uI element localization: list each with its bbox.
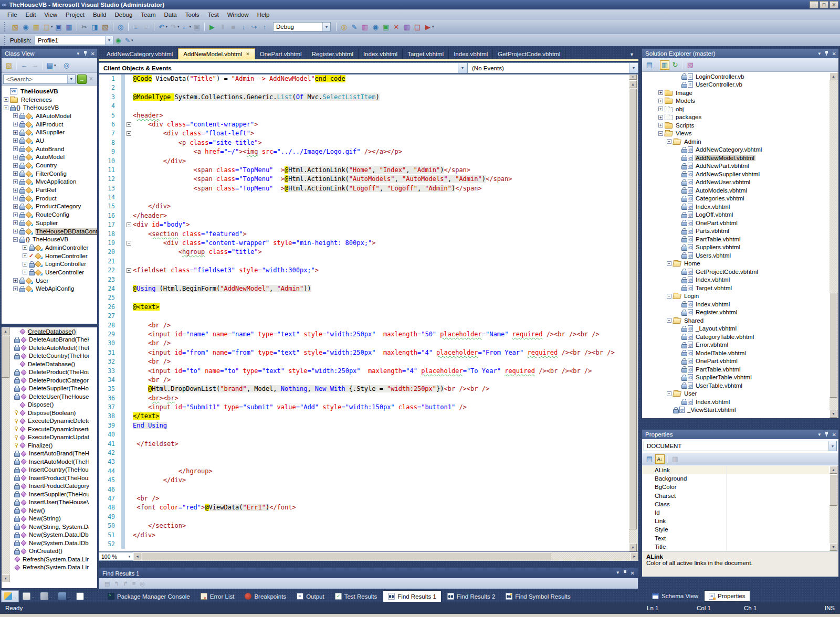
tree-item[interactable]: @GetProjectCode.vbhtml (642, 268, 829, 276)
tree-item[interactable]: +AdminController (2, 243, 97, 252)
member-item[interactable]: ExecuteDynamicInsert(Ob (2, 425, 89, 433)
scroll-thumb[interactable] (2, 336, 9, 378)
toolbox-icon[interactable]: ✕ (392, 22, 401, 31)
tree-item[interactable]: −Home (642, 260, 829, 268)
member-item[interactable]: New(System.Data.IDbCo (2, 531, 89, 539)
expand-icon[interactable]: + (13, 278, 18, 283)
open-folder-icon[interactable]: ▤ (42, 22, 51, 31)
member-item[interactable]: New(String, System.Data (2, 523, 89, 531)
solution-explorer-icon[interactable]: ◉ (371, 22, 380, 31)
pin-icon[interactable] (825, 432, 829, 437)
code-line[interactable]: 39End Using (99, 421, 629, 430)
menu-team[interactable]: Team (136, 10, 160, 19)
member-item[interactable]: DeleteUser(TheHouseVB (2, 392, 89, 401)
scroll-thumb[interactable] (629, 89, 637, 529)
tree-item[interactable]: +PartRef (2, 186, 97, 194)
dock-tab-test-results[interactable]: Test Results (330, 590, 382, 602)
tree-item[interactable]: −Admin (642, 137, 829, 146)
toolbar-grip[interactable] (4, 22, 7, 31)
tree-item[interactable]: +✓HomeController (2, 252, 97, 260)
tree-item[interactable]: +AutoModel (2, 153, 97, 162)
member-item[interactable]: Dispose() (2, 401, 89, 409)
tree-item[interactable]: @AddNewSupplier.vbhtml (642, 170, 829, 178)
property-row[interactable]: BgColor (642, 483, 829, 491)
close-icon[interactable]: ✕ (832, 432, 836, 438)
expand-icon[interactable]: + (23, 270, 27, 274)
find-results-header[interactable]: Find Results 1 ▼ ✕ (99, 568, 638, 578)
editor-hscrollbar[interactable]: ◄ ► (133, 552, 638, 561)
member-item[interactable]: DeleteProduct(TheHouse (2, 368, 89, 377)
property-value[interactable] (726, 474, 829, 483)
member-item[interactable]: DeleteSupplier(TheHouse (2, 385, 89, 393)
scroll-down-icon[interactable]: ▼ (830, 410, 837, 418)
alphabetical-sort-icon[interactable]: A↓ (655, 454, 665, 464)
code-line[interactable]: 14 (99, 193, 629, 202)
code-line[interactable]: 21 (99, 257, 629, 266)
code-line[interactable]: 40 (99, 430, 629, 439)
chevron-down-icon[interactable]: ▾ (166, 25, 168, 29)
menu-test[interactable]: Test (204, 10, 223, 19)
document-tab[interactable]: AddNewCategory.vbhtml (102, 48, 178, 59)
extension-manager-icon[interactable]: ▦ (402, 22, 412, 31)
tree-item[interactable]: +Scripts (642, 121, 829, 130)
publish-profile-combo[interactable]: Profile1 ▼ (35, 36, 113, 45)
scroll-down-icon[interactable]: ▼ (2, 575, 9, 582)
property-value[interactable] (726, 508, 829, 517)
document-tab[interactable]: Register.vbhtml (307, 48, 359, 59)
tree-item[interactable]: +AllSupplier (2, 128, 97, 136)
collapse-icon[interactable]: − (127, 122, 131, 127)
property-row[interactable]: Title (642, 542, 829, 551)
chevron-down-icon[interactable]: ▼ (828, 441, 836, 451)
maximize-button[interactable]: □ (820, 1, 828, 8)
property-row[interactable]: Id (642, 508, 829, 517)
expand-icon[interactable]: + (13, 130, 18, 135)
left-dock-tab[interactable]: .. (20, 590, 37, 602)
properties-vscrollbar[interactable]: ▲ ▼ (830, 466, 838, 551)
code-line[interactable]: 35 @Html.DropDownList("brand", Model, No… (99, 385, 629, 393)
properties-window-icon[interactable]: ▤ (645, 60, 654, 70)
menu-tools[interactable]: Tools (181, 10, 204, 19)
tree-item[interactable]: +TheHouseDBDataContext (2, 227, 97, 236)
tree-item[interactable]: @Index.vbhtml (642, 300, 829, 309)
member-item[interactable]: InsertCountry(TheHouse (2, 466, 89, 474)
expand-icon[interactable]: + (13, 220, 18, 225)
code-line[interactable]: 38</text> (99, 412, 629, 421)
expand-icon[interactable]: + (658, 115, 663, 120)
property-row[interactable]: Charset (642, 492, 829, 500)
chevron-down-icon[interactable]: ▾ (54, 63, 56, 68)
dock-tab-error-list[interactable]: Error List (196, 590, 239, 602)
code-line[interactable]: 23 (99, 275, 629, 284)
tree-item[interactable]: @OnePart.vbhtml (642, 357, 829, 366)
document-tab[interactable]: AddNewModel.vbhtml✕ (178, 48, 255, 59)
code-line[interactable]: 48 <font color="red">@ViewData("Err1")</… (99, 503, 629, 512)
chevron-down-icon[interactable]: ▼ (629, 63, 638, 73)
tree-item[interactable]: @Parts.vbhtml (642, 227, 829, 236)
command-window-icon[interactable]: ▶ (423, 22, 433, 31)
code-line[interactable]: 49 (99, 513, 629, 522)
tree-item[interactable]: +User (2, 276, 97, 285)
tree-item[interactable]: @CategoryTable.vbhtml (642, 333, 829, 341)
tree-item[interactable]: +WebApiConfig (2, 285, 97, 293)
search-input[interactable]: <Search> ▼ (3, 75, 76, 84)
tree-item[interactable]: +RouteConfig (2, 210, 97, 219)
tree-item[interactable]: @AddNewPart.vbhtml (642, 162, 829, 171)
menu-view[interactable]: View (40, 10, 61, 19)
code-line[interactable]: 11 <span class="TopMenu" >@Html.ActionLi… (99, 166, 629, 175)
find-in-document-icon[interactable]: ◎ (116, 22, 125, 31)
open-file-icon[interactable]: ▥ (32, 22, 41, 31)
tree-item[interactable]: @Error.vbhtml (642, 341, 829, 349)
toolbar-overflow-icon[interactable]: ▾ (131, 38, 133, 42)
chevron-down-icon[interactable]: ▾ (177, 25, 180, 29)
class-view-icon[interactable]: ▣ (381, 22, 391, 31)
collapse-icon[interactable]: − (13, 237, 18, 242)
collapse-icon[interactable]: − (667, 139, 671, 144)
tree-item[interactable]: @Register.vbhtml (642, 309, 829, 317)
tree-item[interactable]: +Supplier (2, 219, 97, 227)
tree-item[interactable]: @AddNewUser.vbhtml (642, 178, 829, 187)
tree-item[interactable]: +AU (2, 136, 97, 145)
tree-item[interactable]: +Image (642, 89, 829, 97)
code-line[interactable]: 46 (99, 485, 629, 494)
document-tab[interactable]: GetProjectCode.vbhtml (493, 48, 565, 59)
scroll-down-icon[interactable]: ▼ (830, 543, 837, 551)
dock-tab-breakpoints[interactable]: Breakpoints (240, 590, 291, 602)
